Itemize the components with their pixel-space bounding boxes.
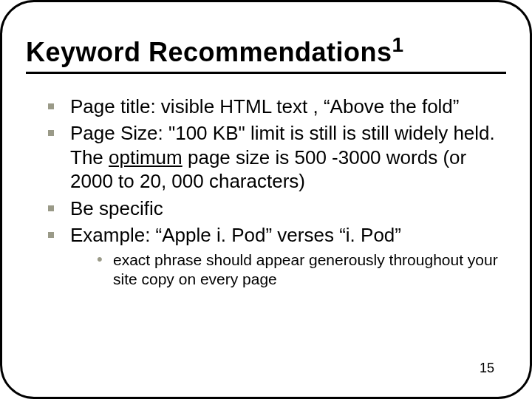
list-item: Example: “Apple i. Pod” verses “i. Pod” … [48, 223, 499, 289]
sub-bullet-text: exact phrase should appear generously th… [113, 251, 498, 287]
bullet-text: Be specific [70, 197, 163, 219]
page-number: 15 [480, 361, 494, 376]
bullet-text: Example: “Apple i. Pod” verses “i. Pod” [70, 224, 401, 246]
sub-bullet-list: exact phrase should appear generously th… [70, 250, 499, 290]
title-underline: Keyword Recommendations1 [26, 38, 506, 74]
list-item: Be specific [48, 197, 499, 221]
bullet-text: Page title: visible HTML text , “Above t… [70, 95, 460, 117]
slide-frame: Keyword Recommendations1 Page title: vis… [0, 0, 532, 399]
sub-list-item: exact phrase should appear generously th… [97, 250, 499, 290]
bullet-list: Page title: visible HTML text , “Above t… [26, 95, 506, 290]
bullet-text-underlined: optimum [109, 146, 183, 168]
title-text: Keyword Recommendations [26, 37, 392, 67]
list-item: Page title: visible HTML text , “Above t… [48, 95, 499, 119]
list-item: Page Size: "100 KB" limit is still is st… [48, 121, 499, 194]
title-superscript: 1 [392, 33, 404, 56]
slide-title: Keyword Recommendations1 [26, 38, 506, 67]
